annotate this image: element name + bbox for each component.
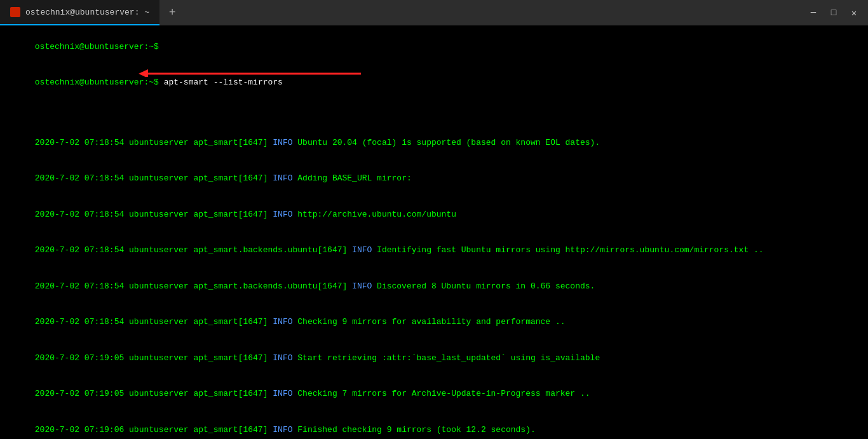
- command-text: apt-smart --list-mirrors: [159, 78, 283, 87]
- log-line-4: 2020-7-02 07:18:54 ubuntuserver apt_smar…: [5, 233, 863, 269]
- log-line-9: 2020-7-02 07:19:06 ubuntuserver apt_smar…: [5, 412, 863, 439]
- titlebar: ostechnix@ubuntuserver: ~ + ─ □ ✕: [0, 0, 868, 25]
- command-line: ostechnix@ubuntuserver:~$ apt-smart --li…: [5, 65, 863, 125]
- log-line-6: 2020-7-02 07:18:54 ubuntuserver apt_smar…: [5, 304, 863, 341]
- terminal-tab-icon: [10, 7, 20, 17]
- titlebar-controls: ─ □ ✕: [804, 4, 868, 22]
- terminal-window: ostechnix@ubuntuserver: ~ + ─ □ ✕ ostech…: [0, 0, 868, 439]
- svg-marker-1: [139, 69, 148, 77]
- log-line-5: 2020-7-02 07:18:54 ubuntuserver apt_smar…: [5, 269, 863, 305]
- log-line-8: 2020-7-02 07:19:05 ubuntuserver apt_smar…: [5, 376, 863, 412]
- titlebar-left: ostechnix@ubuntuserver: ~ +: [0, 0, 182, 25]
- log-line-7: 2020-7-02 07:19:05 ubuntuserver apt_smar…: [5, 341, 863, 377]
- prompt-text-1: ostechnix@ubuntuserver:~$: [35, 42, 159, 51]
- terminal-tab[interactable]: ostechnix@ubuntuserver: ~: [0, 0, 159, 25]
- maximize-button[interactable]: □: [825, 4, 843, 22]
- log-line-2: 2020-7-02 07:18:54 ubuntuserver apt_smar…: [5, 161, 863, 197]
- prompt-text-2: ostechnix@ubuntuserver:~$: [35, 78, 159, 87]
- log-line-1: 2020-7-02 07:18:54 ubuntuserver apt_smar…: [5, 125, 863, 161]
- minimize-button[interactable]: ─: [804, 4, 822, 22]
- new-tab-button[interactable]: +: [162, 3, 182, 23]
- tab-label: ostechnix@ubuntuserver: ~: [25, 8, 149, 17]
- log-line-3: 2020-7-02 07:18:54 ubuntuserver apt_smar…: [5, 197, 863, 233]
- terminal-body[interactable]: ostechnix@ubuntuserver:~$ ostechnix@ubun…: [0, 25, 868, 439]
- close-button[interactable]: ✕: [845, 4, 863, 22]
- prompt-line-1: ostechnix@ubuntuserver:~$: [5, 29, 863, 65]
